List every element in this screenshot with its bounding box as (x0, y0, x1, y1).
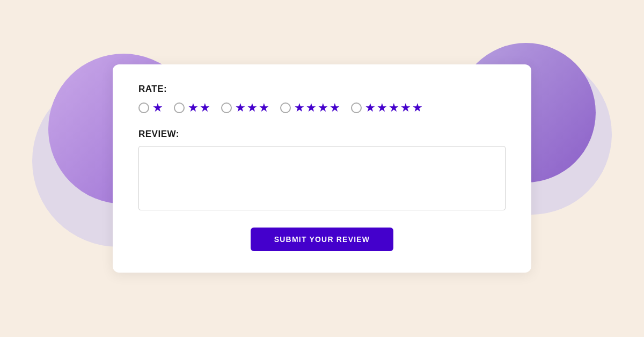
star-4-2: ★ (306, 102, 317, 114)
star-4-1: ★ (294, 102, 305, 114)
radio-3star[interactable] (221, 102, 232, 113)
radio-4star[interactable] (280, 102, 291, 113)
star-option-1[interactable]: ★ (138, 102, 163, 114)
star-5-3: ★ (389, 102, 399, 114)
star-5-2: ★ (377, 102, 387, 114)
star-4-4: ★ (330, 102, 340, 114)
star-5-5: ★ (412, 102, 423, 114)
star-2-1: ★ (188, 102, 199, 114)
submit-wrapper: SUBMIT YOUR REVIEW (138, 228, 506, 251)
star-5-4: ★ (400, 102, 411, 114)
stars-1: ★ (152, 102, 163, 114)
star-option-3[interactable]: ★ ★ ★ (221, 102, 269, 114)
review-label: REVIEW: (138, 129, 506, 140)
star-3-3: ★ (259, 102, 269, 114)
star-3-1: ★ (235, 102, 246, 114)
star-option-2[interactable]: ★ ★ (174, 102, 210, 114)
radio-5star[interactable] (351, 102, 362, 113)
stars-3: ★ ★ ★ (235, 102, 269, 114)
star-rating-row: ★ ★ ★ ★ ★ ★ ★ ★ ★ (138, 102, 506, 114)
star-option-4[interactable]: ★ ★ ★ ★ (280, 102, 340, 114)
star-3-2: ★ (247, 102, 258, 114)
star-2-2: ★ (200, 102, 210, 114)
star-1-1: ★ (152, 102, 163, 114)
review-textarea[interactable] (138, 146, 506, 210)
radio-2star[interactable] (174, 102, 185, 113)
stars-2: ★ ★ (188, 102, 210, 114)
star-4-3: ★ (318, 102, 328, 114)
stars-4: ★ ★ ★ ★ (294, 102, 340, 114)
radio-1star[interactable] (138, 102, 149, 113)
rate-label: RATE: (138, 84, 506, 94)
submit-button[interactable]: SUBMIT YOUR REVIEW (251, 228, 393, 251)
star-5-1: ★ (365, 102, 376, 114)
stars-5: ★ ★ ★ ★ ★ (365, 102, 423, 114)
review-card: RATE: ★ ★ ★ ★ ★ ★ (113, 64, 531, 273)
star-option-5[interactable]: ★ ★ ★ ★ ★ (351, 102, 423, 114)
